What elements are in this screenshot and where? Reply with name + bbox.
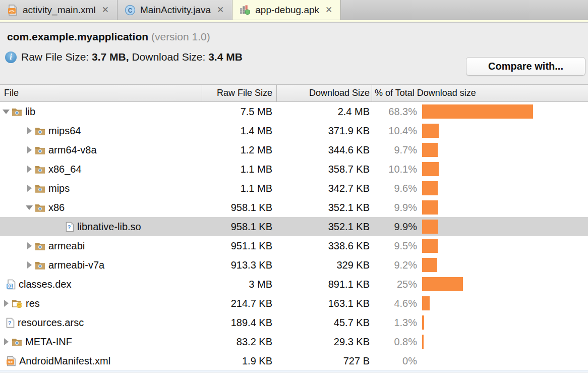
package-title: com.example.myapplication (version 1.0) bbox=[0, 23, 588, 43]
download-size-cell: 727 B bbox=[276, 355, 372, 367]
folder-icon bbox=[35, 146, 45, 154]
apk-analyzer-window: <> activity_main.xml ✕ C MainActivity.ja… bbox=[0, 0, 588, 373]
expand-arrow-icon[interactable] bbox=[3, 300, 9, 307]
column-header-pct-of-total[interactable]: % of Total Download size bbox=[372, 85, 588, 101]
svg-text:<>: <> bbox=[8, 359, 13, 364]
pct-of-total-cell: 10.1% bbox=[372, 164, 417, 175]
tree-row-res[interactable]: res 214.7 KB 163.1 KB 4.6% bbox=[0, 294, 588, 313]
tree-row-resources-arsc[interactable]: ? resources.arsc 189.4 KB 45.7 KB 1.3% bbox=[0, 313, 588, 332]
dex-file-icon: 01 bbox=[6, 279, 16, 290]
raw-file-size-cell: 214.7 KB bbox=[202, 298, 276, 309]
pct-of-total-cell: 68.3% bbox=[372, 106, 417, 118]
tab-label: MainActivity.java bbox=[140, 5, 211, 16]
folder-icon bbox=[35, 242, 45, 250]
pct-bar-cell bbox=[417, 104, 588, 119]
pct-of-total-cell: 25% bbox=[372, 279, 417, 290]
expand-arrow-icon[interactable] bbox=[26, 261, 32, 269]
pct-bar-cell bbox=[417, 239, 588, 253]
tree-row-armeabi[interactable]: armeabi 951.1 KB 338.6 KB 9.5% bbox=[0, 236, 588, 255]
file-name-cell: lib bbox=[0, 106, 202, 118]
pct-bar bbox=[422, 258, 437, 272]
pct-of-total-cell: 9.7% bbox=[372, 144, 417, 156]
raw-file-size-cell: 3 MB bbox=[202, 279, 276, 290]
xml-file-icon: <> bbox=[6, 356, 16, 366]
column-header-raw-file-size[interactable]: Raw File Size bbox=[202, 85, 276, 101]
pct-of-total-cell: 9.6% bbox=[372, 183, 417, 194]
pct-of-total-cell: 9.9% bbox=[372, 202, 417, 214]
close-icon[interactable]: ✕ bbox=[325, 6, 332, 14]
expand-arrow-icon[interactable] bbox=[26, 146, 32, 153]
download-size-cell: 352.1 KB bbox=[276, 202, 372, 214]
pct-bar bbox=[422, 162, 439, 176]
apk-summary-panel: com.example.myapplication (version 1.0) … bbox=[0, 23, 588, 84]
pct-bar bbox=[422, 239, 438, 253]
file-name-cell: arm64-v8a bbox=[0, 144, 202, 156]
pct-bar-cell bbox=[417, 315, 588, 330]
expand-arrow-icon[interactable] bbox=[3, 338, 9, 345]
pct-of-total-cell: 9.5% bbox=[372, 240, 417, 252]
size-summary-text: Raw File Size: 3.7 MB, Download Size: 3.… bbox=[21, 51, 243, 63]
pct-bar bbox=[422, 220, 438, 234]
tree-row-lib[interactable]: lib 7.5 MB 2.4 MB 68.3% bbox=[0, 102, 588, 121]
pct-of-total-cell: 0.8% bbox=[372, 336, 417, 348]
collapse-arrow-icon[interactable] bbox=[3, 110, 9, 114]
file-name-cell: res bbox=[0, 298, 202, 309]
expand-arrow-icon[interactable] bbox=[26, 127, 32, 134]
tree-row-arm64-v8a[interactable]: arm64-v8a 1.2 MB 344.6 KB 9.7% bbox=[0, 140, 588, 159]
pct-bar bbox=[422, 335, 424, 349]
tree-row-x86-64[interactable]: x86_64 1.1 MB 358.7 KB 10.1% bbox=[0, 159, 588, 179]
download-size-cell: 358.7 KB bbox=[276, 164, 372, 175]
file-name-cell: ? libnative-lib.so bbox=[0, 221, 202, 233]
compare-with-button[interactable]: Compare with... bbox=[466, 57, 585, 76]
expand-arrow-icon[interactable] bbox=[26, 185, 32, 192]
pct-bar bbox=[422, 277, 463, 291]
close-icon[interactable]: ✕ bbox=[102, 6, 109, 14]
file-name-cell: armeabi bbox=[0, 240, 202, 252]
tab-label: app-debug.apk bbox=[255, 5, 319, 16]
tab-mainactivity-java[interactable]: C MainActivity.java ✕ bbox=[117, 0, 232, 20]
pct-bar-cell bbox=[417, 277, 588, 291]
download-size-cell: 2.4 MB bbox=[276, 106, 372, 118]
tree-row-x86[interactable]: x86 958.1 KB 352.1 KB 9.9% bbox=[0, 198, 588, 217]
download-size-cell: 371.9 KB bbox=[276, 125, 372, 137]
tab-activity-main-xml[interactable]: <> activity_main.xml ✕ bbox=[0, 0, 117, 20]
close-icon[interactable]: ✕ bbox=[217, 6, 224, 14]
pct-bar bbox=[422, 181, 438, 195]
collapse-arrow-icon[interactable] bbox=[26, 205, 32, 210]
tree-row-armeabi-v7a[interactable]: armeabi-v7a 913.3 KB 329 KB 9.2% bbox=[0, 255, 588, 275]
column-header-file[interactable]: File bbox=[0, 85, 202, 101]
pct-bar bbox=[422, 104, 533, 119]
file-name-cell: META-INF bbox=[0, 336, 202, 348]
pct-of-total-cell: 0% bbox=[372, 355, 417, 367]
pct-of-total-cell: 4.6% bbox=[372, 298, 417, 309]
tab-app-debug-apk[interactable]: app-debug.apk ✕ bbox=[232, 0, 341, 20]
download-size-cell: 344.6 KB bbox=[276, 144, 372, 156]
tree-row-mips64[interactable]: mips64 1.4 MB 371.9 KB 10.4% bbox=[0, 121, 588, 140]
file-name-label: mips bbox=[48, 183, 70, 194]
file-name-label: resources.arsc bbox=[18, 317, 84, 329]
pct-bar-cell bbox=[417, 220, 588, 234]
tree-row-classes-dex[interactable]: 01 classes.dex 3 MB 891.1 KB 25% bbox=[0, 275, 588, 294]
column-header-download-size[interactable]: Download Size bbox=[276, 85, 372, 101]
pct-of-total-cell: 9.2% bbox=[372, 259, 417, 271]
tree-row-mips[interactable]: mips 1.1 MB 342.7 KB 9.6% bbox=[0, 179, 588, 198]
pct-bar-cell bbox=[417, 162, 588, 176]
file-name-label: res bbox=[26, 298, 40, 309]
file-name-label: mips64 bbox=[48, 125, 81, 137]
file-name-cell: <> AndroidManifest.xml bbox=[0, 355, 202, 367]
tree-row-libnative-lib-so[interactable]: ? libnative-lib.so 958.1 KB 352.1 KB 9.9… bbox=[0, 217, 588, 236]
pct-bar bbox=[422, 143, 438, 157]
expand-arrow-icon[interactable] bbox=[26, 166, 32, 173]
pct-bar bbox=[422, 124, 439, 138]
tree-row-meta-inf[interactable]: META-INF 83.2 KB 29.3 KB 0.8% bbox=[0, 332, 588, 351]
raw-file-size-cell: 951.1 KB bbox=[202, 240, 276, 252]
folder-icon bbox=[35, 184, 45, 193]
expand-arrow-icon[interactable] bbox=[26, 242, 32, 249]
pct-bar-cell bbox=[417, 296, 588, 310]
download-size-cell: 352.1 KB bbox=[276, 221, 372, 233]
folder-icon bbox=[35, 165, 45, 174]
tree-row-androidmanifest-xml[interactable]: <> AndroidManifest.xml 1.9 KB 727 B 0% bbox=[0, 351, 588, 370]
package-version: (version 1.0) bbox=[151, 31, 210, 42]
file-name-cell: mips bbox=[0, 183, 202, 194]
tab-label: activity_main.xml bbox=[23, 5, 96, 16]
